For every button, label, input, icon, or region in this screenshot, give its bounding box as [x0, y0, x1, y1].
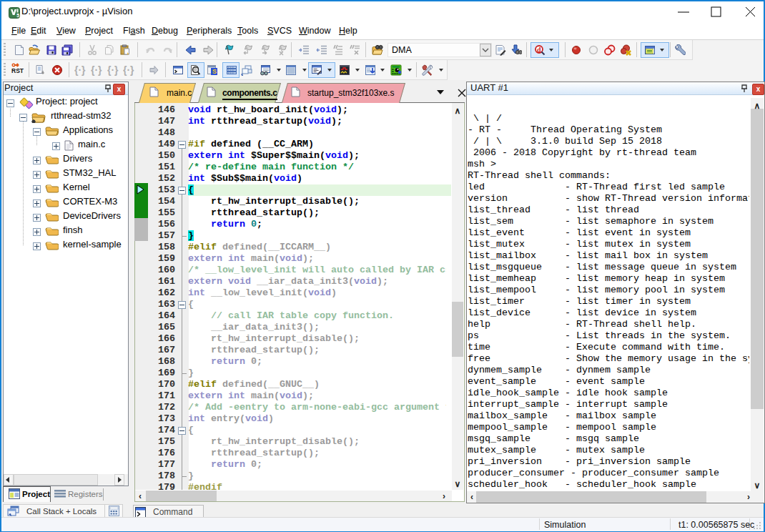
svg-text:{·}: {·}	[107, 64, 119, 76]
svg-text:{·}: {·}	[74, 64, 86, 76]
svg-text:d: d	[537, 46, 541, 54]
svg-text:RST: RST	[11, 67, 24, 74]
svg-text:{·}: {·}	[91, 64, 102, 76]
svg-text:{·}: {·}	[123, 64, 134, 76]
svg-text:5: 5	[16, 13, 19, 18]
svg-text:S: S	[212, 68, 217, 75]
